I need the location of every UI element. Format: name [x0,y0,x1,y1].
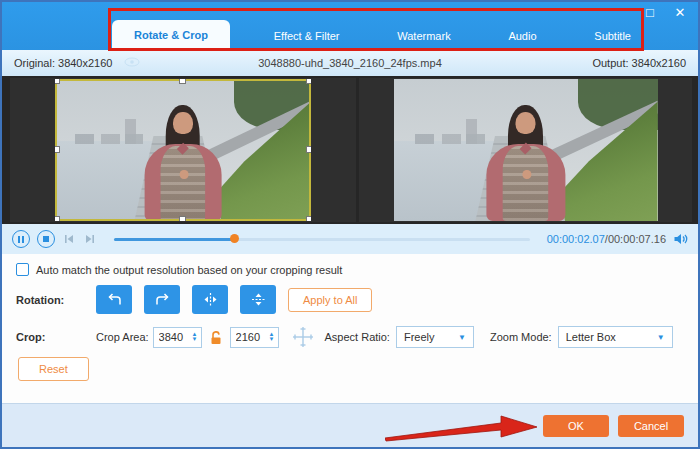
crop-handle-bottom-right[interactable] [306,216,311,221]
flip-vertical-icon [250,291,267,308]
crop-width-stepper[interactable]: ▲ ▼ [192,332,198,342]
person-hand [522,170,531,179]
crop-handle-mid-right[interactable] [306,146,311,153]
rotate-right-button[interactable] [144,285,180,314]
scene-person [486,105,565,221]
editor-window: Rotate & Crop Effect & Filter Watermark … [0,0,700,449]
footer-bar: OK Cancel [2,403,698,447]
next-frame-button[interactable] [83,232,97,246]
unlock-icon [209,330,223,345]
crop-handle-bottom-center[interactable] [179,216,186,221]
crop-height-input[interactable] [236,331,266,343]
tab-subtitle[interactable]: Subtitle [580,22,645,50]
aspect-ratio-dropdown[interactable]: Freely ▼ [396,326,474,348]
crop-area-label: Crop Area: [96,331,149,343]
aspect-lock-button[interactable] [209,330,223,345]
center-crop-button[interactable] [291,325,315,349]
flip-horizontal-button[interactable] [192,285,228,314]
zoom-mode-dropdown[interactable]: Letter Box ▼ [558,326,673,348]
person-face [516,112,536,134]
total-time: /00:00:07.16 [605,233,666,245]
seek-slider-knob[interactable] [230,234,239,243]
auto-match-checkbox[interactable] [16,263,29,276]
crop-width-field[interactable]: ▲ ▼ [153,327,202,348]
crop-selection-box[interactable] [55,79,311,221]
chevron-down-icon: ▼ [458,333,466,342]
stepper-down-icon[interactable]: ▼ [269,337,275,342]
title-bar: Rotate & Crop Effect & Filter Watermark … [2,2,698,50]
tab-effect-filter[interactable]: Effect & Filter [260,22,354,50]
crosshair-icon [291,325,315,349]
player-bar: 00:00:02.07/00:00:07.16 [2,224,698,254]
next-frame-icon [83,232,97,246]
rotate-right-icon [154,291,171,308]
crop-handle-mid-left[interactable] [55,146,60,153]
time-display: 00:00:02.07/00:00:07.16 [547,233,666,245]
output-video-frame [394,79,658,221]
flip-horizontal-icon [202,291,219,308]
zoom-mode-value: Letter Box [566,331,616,343]
crop-handle-top-right[interactable] [306,79,311,84]
chevron-down-icon: ▼ [657,333,665,342]
tab-rotate-crop[interactable]: Rotate & Crop [112,20,230,50]
maximize-icon[interactable]: □ [642,5,658,20]
speaker-icon [673,232,688,246]
seek-slider[interactable] [114,238,530,241]
flip-vertical-button[interactable] [240,285,276,314]
auto-match-label: Auto match the output resolution based o… [36,264,342,276]
stepper-down-icon[interactable]: ▼ [192,337,198,342]
stop-button[interactable] [37,230,55,248]
preview-area [2,76,698,224]
pause-button[interactable] [12,230,30,248]
video-filename: 3048880-uhd_3840_2160_24fps.mp4 [2,57,698,69]
crop-handle-top-center[interactable] [179,79,186,84]
apply-to-all-button[interactable]: Apply to All [288,288,372,312]
output-preview-panel [359,78,692,222]
previous-frame-button[interactable] [62,232,76,246]
stop-icon [43,236,49,242]
preview-eye-icon[interactable] [124,57,140,69]
person-vest [503,146,549,221]
settings-panel: Auto match the output resolution based o… [2,254,698,407]
current-time: 00:00:02.07 [547,233,605,245]
rotation-label: Rotation: [16,294,96,306]
source-preview-panel [10,78,356,222]
tab-bar: Rotate & Crop Effect & Filter Watermark … [112,2,645,50]
zoom-mode-label: Zoom Mode: [490,331,552,343]
pause-icon [18,236,24,243]
aspect-ratio-value: Freely [404,331,435,343]
aspect-ratio-label: Aspect Ratio: [325,331,390,343]
rotate-left-icon [106,291,123,308]
window-controls: □ ✕ [642,5,688,20]
crop-height-field[interactable]: ▲ ▼ [230,327,279,348]
reset-button[interactable]: Reset [18,357,89,381]
crop-label: Crop: [16,331,96,343]
previous-frame-icon [62,232,76,246]
crop-handle-bottom-left[interactable] [55,216,60,221]
tab-audio[interactable]: Audio [494,22,550,50]
ok-button[interactable]: OK [543,415,609,437]
tab-watermark[interactable]: Watermark [383,22,464,50]
crop-handle-top-left[interactable] [55,79,60,84]
volume-button[interactable] [673,232,688,246]
cancel-button[interactable]: Cancel [618,415,684,437]
crop-height-stepper[interactable]: ▲ ▼ [269,332,275,342]
seek-slider-fill [114,238,235,241]
info-bar: 3048880-uhd_3840_2160_24fps.mp4 Original… [2,50,698,76]
source-video-frame[interactable] [55,79,311,221]
close-icon[interactable]: ✕ [672,5,688,20]
video-scene [394,79,658,221]
rotate-left-button[interactable] [96,285,132,314]
crop-width-input[interactable] [159,331,189,343]
